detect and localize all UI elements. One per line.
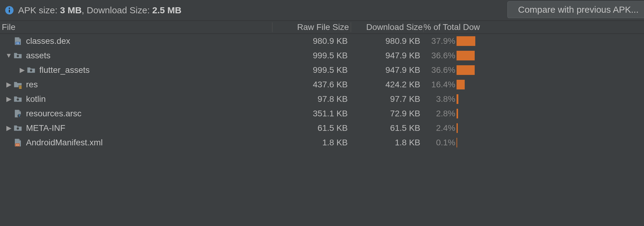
file-name: classes.dex [26, 36, 70, 46]
pct-bar [457, 122, 644, 134]
file-cell: ▶AndroidManifest.xml [0, 138, 272, 147]
table-row[interactable]: ▶flutter_assets999.5 KB947.9 KB36.6% [0, 63, 644, 77]
chevron-right-icon[interactable]: ▶ [4, 81, 13, 89]
download-size: 947.9 KB [351, 65, 423, 75]
chevron-right-icon[interactable]: ▶ [4, 124, 13, 132]
download-size: 72.9 KB [351, 109, 423, 118]
table-row[interactable]: ▶res437.6 KB424.2 KB16.4% [0, 77, 644, 92]
pct-bar [457, 79, 644, 91]
chevron-down-icon[interactable]: ▼ [4, 52, 13, 60]
pct-bar [457, 50, 644, 62]
folder-icon [27, 66, 36, 75]
apk-size-info: APK size: 3 MB, Download Size: 2.5 MB [18, 5, 181, 15]
file-cell: ▶classes.dex [0, 36, 272, 46]
pct-bar [457, 35, 644, 47]
file-name: kotlin [26, 94, 46, 104]
table-row[interactable]: ▼assets999.5 KB947.9 KB36.6% [0, 48, 644, 63]
apk-size-label: APK size: [18, 5, 57, 15]
table-row[interactable]: ▶kotlin97.8 KB97.7 KB3.8% [0, 92, 644, 106]
pct-of-total: 36.6% [423, 51, 457, 60]
pct-bar-fill [457, 51, 475, 60]
table-row[interactable]: ▶resources.arsc351.1 KB72.9 KB2.8% [0, 106, 644, 121]
raw-file-size: 1.8 KB [272, 138, 351, 147]
download-size: 424.2 KB [351, 80, 423, 89]
file-table-body: ▶classes.dex980.9 KB980.9 KB37.9%▼assets… [0, 34, 644, 150]
file-name: META-INF [26, 123, 65, 133]
raw-file-size: 980.9 KB [272, 36, 351, 46]
pct-of-total: 2.4% [423, 123, 457, 133]
svg-point-2 [9, 8, 10, 9]
resfolder-icon [13, 80, 22, 89]
pct-bar-fill [457, 138, 457, 147]
pct-of-total: 37.9% [423, 36, 457, 46]
column-header-download-size[interactable]: Download Size [351, 22, 423, 32]
file-cell: ▶kotlin [0, 94, 272, 104]
table-row[interactable]: ▶AndroidManifest.xml1.8 KB1.8 KB0.1% [0, 135, 644, 150]
chevron-right-icon[interactable]: ▶ [4, 95, 13, 103]
raw-file-size: 97.8 KB [272, 94, 351, 104]
column-header-raw-file-size[interactable]: Raw File Size [272, 22, 351, 32]
apk-size-value: 3 MB [60, 5, 82, 15]
pct-of-total: 3.8% [423, 94, 457, 104]
file-cell: ▶resources.arsc [0, 109, 272, 118]
raw-file-size: 999.5 KB [272, 51, 351, 60]
file-name: AndroidManifest.xml [26, 138, 103, 147]
info-icon [5, 6, 14, 15]
pct-bar-fill [457, 123, 458, 133]
raw-file-size: 351.1 KB [272, 109, 351, 118]
pct-bar-fill [457, 80, 465, 89]
download-size: 61.5 KB [351, 123, 423, 133]
file-cell: ▼assets [0, 51, 272, 60]
arsc-icon [13, 109, 22, 118]
pct-bar [457, 93, 644, 105]
file-cell: ▶META-INF [0, 123, 272, 133]
column-header-pct-of-total[interactable]: % of Total Dow [423, 22, 644, 32]
pct-of-total: 16.4% [423, 80, 457, 89]
pct-bar-fill [457, 94, 458, 104]
download-size-value: 2.5 MB [152, 5, 182, 15]
table-row[interactable]: ▶classes.dex980.9 KB980.9 KB37.9% [0, 34, 644, 48]
pct-of-total: 36.6% [423, 65, 457, 75]
xml-icon [13, 138, 22, 147]
svg-rect-1 [9, 10, 10, 13]
download-size: 1.8 KB [351, 138, 423, 147]
pct-bar-fill [457, 36, 475, 46]
pct-bar-fill [457, 109, 458, 118]
pct-bar [457, 64, 644, 76]
file-name: res [26, 80, 38, 89]
pct-bar [457, 137, 644, 149]
dex-icon [13, 37, 22, 46]
raw-file-size: 999.5 KB [272, 65, 351, 75]
file-cell: ▶res [0, 80, 272, 89]
raw-file-size: 61.5 KB [272, 123, 351, 133]
file-cell: ▶flutter_assets [0, 65, 272, 75]
download-size: 980.9 KB [351, 36, 423, 46]
file-name: resources.arsc [26, 109, 82, 118]
column-header-file[interactable]: File [0, 22, 272, 32]
table-row[interactable]: ▶META-INF61.5 KB61.5 KB2.4% [0, 121, 644, 135]
file-name: assets [26, 51, 50, 60]
pct-of-total: 0.1% [423, 138, 457, 147]
apk-info-bar: APK size: 3 MB, Download Size: 2.5 MB Co… [0, 0, 644, 21]
chevron-right-icon[interactable]: ▶ [18, 66, 27, 74]
download-size-label: Download Size: [87, 5, 150, 15]
file-name: flutter_assets [39, 65, 90, 75]
download-size: 947.9 KB [351, 51, 423, 60]
folder-icon [13, 124, 22, 133]
raw-file-size: 437.6 KB [272, 80, 351, 89]
pct-of-total: 2.8% [423, 109, 457, 118]
download-size: 97.7 KB [351, 94, 423, 104]
pct-bar [457, 108, 644, 120]
pct-bar-fill [457, 65, 475, 75]
table-header: File Raw File Size Download Size % of To… [0, 21, 644, 34]
compare-with-previous-apk-button[interactable]: Compare with previous APK... [507, 1, 644, 18]
folder-icon [13, 51, 22, 60]
folder-icon [13, 95, 22, 104]
